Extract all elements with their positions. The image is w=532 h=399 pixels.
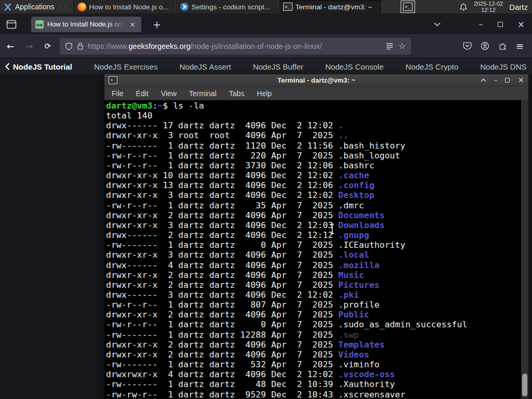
distributor-logo-icon <box>3 3 12 11</box>
terminal-line: drwxr-xr-x 3 dartz dartz 4096 Dec 2 12:0… <box>106 220 521 230</box>
terminal-line: drwxr-xr-x 2 dartz dartz 4096 Apr 7 2025… <box>106 210 521 220</box>
menu-tabs[interactable]: Tabs <box>229 89 245 98</box>
menu-hamburger-icon[interactable]: ≡ <box>514 38 526 54</box>
user-menu[interactable]: Dartz <box>509 3 528 11</box>
terminal-line: -rw-r--r-- 1 dartz dartz 0 Apr 7 2025 .s… <box>106 320 521 329</box>
terminal-window: >_ Terminal - dartz@vm3: ~ – × File Edit… <box>104 74 529 399</box>
terminal-close-button[interactable]: × <box>517 77 524 84</box>
window-maximize-button[interactable] <box>490 20 510 29</box>
taskbar-window-title: How to Install Node.js o... <box>89 3 169 11</box>
forward-button[interactable]: → <box>21 38 37 54</box>
extensions-puzzle-icon[interactable] <box>496 39 509 52</box>
terminal-line: -rw-rw-r-- 1 dartz dartz 9529 Dec 2 10:4… <box>106 390 521 398</box>
taskbar-status-area: 2025-12-02 12:12 Dartz <box>459 0 532 14</box>
clock[interactable]: 2025-12-02 12:12 <box>474 1 503 13</box>
taskbar-window-title: Terminal - dartz@vm3: ~ <box>296 3 373 11</box>
terminal-line: drwx------ 4 dartz dartz 4096 Apr 7 2025… <box>106 260 521 270</box>
nav-scroll-left-chevron-icon[interactable] <box>5 63 10 70</box>
taskbar-window-terminal[interactable]: >_ Terminal - dartz@vm3: ~ <box>279 0 382 14</box>
tracking-protection-shield-icon[interactable] <box>65 42 73 50</box>
browser-tab-active[interactable]: ee How to Install Node.js on × <box>31 17 141 32</box>
terminal-icon: >_ <box>283 3 292 11</box>
terminal-line: -rw-r--r-- 1 dartz dartz 220 Apr 7 2025 … <box>106 151 521 161</box>
tab-close-icon[interactable]: × <box>128 20 137 29</box>
notification-bell-icon[interactable] <box>459 3 468 11</box>
terminal-menubar: File Edit View Terminal Tabs Help <box>104 87 528 100</box>
terminal-line: drwx------ 3 dartz dartz 4096 Dec 2 12:0… <box>106 290 521 300</box>
site-nav-link-dns[interactable]: NodeJS DNS <box>480 62 526 71</box>
reader-view-icon[interactable] <box>386 42 393 50</box>
terminal-shade-button[interactable] <box>481 78 486 82</box>
terminal-line: -rw------- 1 dartz dartz 532 Apr 7 2025 … <box>106 360 521 369</box>
terminal-minimize-button[interactable]: – <box>494 77 498 84</box>
list-all-tabs-chevron-icon[interactable] <box>427 20 448 29</box>
terminal-line: total 140 <box>106 111 521 121</box>
site-nav-link-exercises[interactable]: NodeJS Exercises <box>94 62 158 71</box>
terminal-line: drwxr-xr-x 3 root root 4096 Apr 7 2025 .… <box>106 130 521 140</box>
menu-help[interactable]: Help <box>257 89 272 98</box>
url-text: https://www.geeksforgeeks.org/node-js/in… <box>88 42 382 50</box>
firefox-icon <box>77 3 86 11</box>
site-nav-header: NodeJS Tutorial NodeJS Exercises NodeJS … <box>0 58 532 75</box>
new-tab-button[interactable]: + <box>150 19 164 30</box>
terminal-line: -rw------- 1 dartz dartz 48 Dec 2 10:39 … <box>106 379 521 389</box>
terminal-window-title: Terminal - dartz@vm3: ~ <box>104 76 528 84</box>
geeksforgeeks-favicon: ee <box>35 20 44 29</box>
taskbar-window-firefox[interactable]: How to Install Node.js o... <box>73 0 176 14</box>
terminal-line: drwxr-xr-x 2 dartz dartz 4096 Apr 7 2025… <box>106 350 521 360</box>
clock-date: 2025-12-02 <box>474 1 503 7</box>
browser-tab-bar: ee How to Install Node.js on × + – × <box>0 14 532 34</box>
back-button[interactable]: ← <box>2 38 19 54</box>
terminal-line: -rw------- 1 dartz dartz 12288 Apr 7 202… <box>106 330 521 340</box>
terminal-scrollbar[interactable] <box>521 100 528 398</box>
applications-menu-button[interactable]: Applications ⋮⋮ <box>0 0 73 14</box>
browser-toolbar: ← → ⟳ https://www.geeksforgeeks.org/node… <box>0 34 532 58</box>
tab-title: How to Install Node.js on <box>47 20 124 28</box>
terminal-line: -rw-r--r-- 1 dartz dartz 35 Apr 7 2025 .… <box>106 201 521 210</box>
terminal-line: -rw-r--r-- 1 dartz dartz 3730 Dec 2 12:0… <box>106 161 521 170</box>
taskbar-window-codium[interactable]: Settings - codium script... <box>176 0 279 14</box>
menu-view[interactable]: View <box>161 89 177 98</box>
terminal-scrollbar-thumb[interactable] <box>522 374 527 396</box>
system-tray: >_ <box>401 0 415 14</box>
svg-text:ee: ee <box>36 22 43 27</box>
lock-icon[interactable] <box>77 42 84 50</box>
window-close-button[interactable]: × <box>510 17 532 32</box>
terminal-line: dartz@vm3:~$ ls -la <box>106 101 521 111</box>
site-nav-link-buffer[interactable]: NodeJS Buffer <box>253 62 303 71</box>
clock-time: 12:12 <box>474 7 503 13</box>
panel-handle: ⋮⋮ <box>58 4 68 10</box>
site-nav-link-console[interactable]: NodeJS Console <box>325 62 384 71</box>
terminal-line: drwx------ 2 dartz dartz 4096 Dec 2 12:1… <box>106 230 521 240</box>
menu-terminal[interactable]: Terminal <box>189 89 217 98</box>
window-minimize-button[interactable]: – <box>472 17 490 31</box>
terminal-titlebar[interactable]: >_ Terminal - dartz@vm3: ~ – × <box>104 74 528 87</box>
menu-file[interactable]: File <box>112 89 124 98</box>
taskbar-window-title: Settings - codium script... <box>192 3 271 11</box>
terminal-line: -rw------- 1 dartz dartz 0 Apr 7 2025 .I… <box>106 240 521 250</box>
site-nav-link-assert[interactable]: NodeJS Assert <box>179 62 231 71</box>
terminal-line: drwxr-xr-x 2 dartz dartz 4096 Apr 7 2025… <box>106 280 521 290</box>
terminal-screen[interactable]: dartz@vm3:~$ ls -latotal 140drwx------ 1… <box>104 100 528 398</box>
site-nav-link-crypto[interactable]: NodeJS Crypto <box>406 62 459 71</box>
terminal-line: drwxr-xr-x 2 dartz dartz 4096 Apr 7 2025… <box>106 270 521 280</box>
terminal-maximize-button[interactable] <box>505 78 510 83</box>
pocket-icon[interactable] <box>461 39 474 52</box>
terminal-line: drwxr-xr-x 3 dartz dartz 4096 Apr 7 2025… <box>106 250 521 260</box>
terminal-line: drwxr-xr-x 2 dartz dartz 4096 Apr 7 2025… <box>106 310 521 320</box>
site-nav-link-tutorial[interactable]: NodeJS Tutorial <box>13 62 72 71</box>
bookmark-star-icon[interactable]: ☆ <box>398 41 406 51</box>
terminal-icon: >_ <box>109 76 117 84</box>
terminal-line: drwxr-xr-x 13 dartz dartz 4096 Dec 2 12:… <box>106 180 521 190</box>
reload-button[interactable]: ⟳ <box>40 39 56 54</box>
menu-edit[interactable]: Edit <box>136 89 149 98</box>
account-icon[interactable] <box>478 39 491 52</box>
url-bar[interactable]: https://www.geeksforgeeks.org/node-js/in… <box>60 38 411 55</box>
tray-terminal-icon[interactable]: >_ <box>401 1 415 13</box>
firefox-view-icon[interactable] <box>6 20 17 29</box>
window-controls: – × <box>427 17 532 32</box>
terminal-line: drwxrwxr-x 4 dartz dartz 4096 Dec 2 12:0… <box>106 369 521 379</box>
terminal-line: -rw-r--r-- 1 dartz dartz 807 Apr 7 2025 … <box>106 300 521 310</box>
desktop: Applications ⋮⋮ How to Install Node.js o… <box>0 0 532 399</box>
terminal-line: drwx------ 17 dartz dartz 4096 Dec 2 12:… <box>106 121 521 130</box>
